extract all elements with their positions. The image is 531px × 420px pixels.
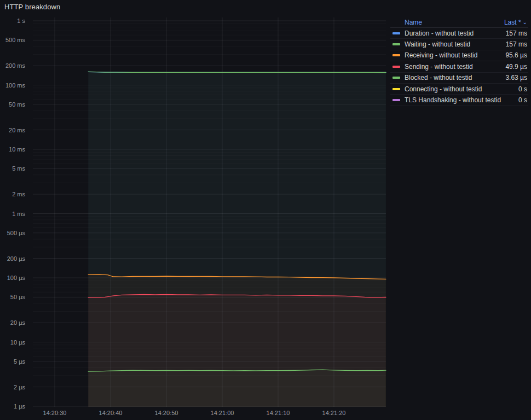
y-axis-tick-label: 10 ms <box>0 145 25 153</box>
series-color-swatch <box>393 43 400 45</box>
y-axis-tick-label: 1 µs <box>0 402 25 410</box>
legend-row-connecting[interactable]: Connecting - without testid 0 s <box>390 84 528 95</box>
series-fills <box>88 72 386 407</box>
y-axis-tick-label: 500 ms <box>0 36 25 44</box>
y-axis-tick-label: 5 ms <box>0 165 25 172</box>
series-last-value: 49.9 µs <box>505 63 527 71</box>
legend-row-blocked[interactable]: Blocked - without testid 3.63 µs <box>390 73 528 84</box>
series-line <box>88 72 386 72</box>
y-axis-tick-label: 500 µs <box>0 229 25 237</box>
y-axis-tick-label: 10 µs <box>0 339 25 346</box>
y-axis-tick-label: 50 ms <box>0 101 25 108</box>
http-breakdown-panel: HTTP breakdown 1 s500 ms200 ms100 ms50 m… <box>0 0 531 420</box>
legend-header-name[interactable]: Name <box>405 19 422 26</box>
series-color-swatch <box>393 88 400 90</box>
series-color-swatch <box>393 32 400 34</box>
series-label[interactable]: Connecting - without testid <box>405 85 514 93</box>
x-axis-tick-label: 14:21:20 <box>309 409 359 417</box>
y-axis-tick-label: 2 µs <box>0 383 25 391</box>
y-axis-tick-label: 200 µs <box>0 255 25 262</box>
x-axis-tick-label: 14:20:50 <box>142 409 191 417</box>
series-last-value: 157 ms <box>506 30 527 37</box>
series-label[interactable]: Waiting - without testid <box>405 40 501 48</box>
y-axis-tick-label: 100 µs <box>0 274 25 282</box>
y-axis-tick-label: 50 µs <box>0 293 25 301</box>
y-axis-tick-label: 200 ms <box>0 62 25 69</box>
legend-header: Name Last * ⌄ <box>390 17 528 28</box>
series-label[interactable]: Sending - without testid <box>405 63 501 71</box>
series-last-value: 95.6 µs <box>505 51 527 59</box>
series-label[interactable]: TLS Handshaking - without testid <box>405 96 514 104</box>
x-axis-tick-label: 14:21:10 <box>253 409 303 417</box>
legend-row-receiving[interactable]: Receiving - without testid 95.6 µs <box>390 50 528 61</box>
series-last-value: 0 s <box>518 96 527 104</box>
legend-row-waiting[interactable]: Waiting - without testid 157 ms <box>390 39 528 50</box>
series-color-swatch <box>393 66 400 68</box>
x-axis-tick-label: 14:21:00 <box>198 409 247 417</box>
legend-header-last[interactable]: Last * ⌄ <box>504 19 527 26</box>
y-axis-tick-label: 20 ms <box>0 126 25 134</box>
y-axis-tick-label: 20 µs <box>0 319 25 326</box>
y-axis-tick-label: 2 ms <box>0 190 25 198</box>
x-axis-tick-label: 14:20:30 <box>30 409 79 417</box>
series-last-value: 3.63 µs <box>505 74 527 81</box>
legend-header-last-label: Last * <box>504 19 521 26</box>
x-axis-tick-label: 14:20:40 <box>86 409 135 417</box>
series-label[interactable]: Blocked - without testid <box>405 74 501 81</box>
series-color-swatch <box>393 54 400 56</box>
series-last-value: 157 ms <box>506 40 527 48</box>
series-label[interactable]: Receiving - without testid <box>405 51 501 59</box>
y-axis-tick-label: 100 ms <box>0 81 25 89</box>
y-axis-tick-label: 1 s <box>0 17 25 25</box>
y-axis-tick-label: 1 ms <box>0 210 25 218</box>
legend-table: Name Last * ⌄ Duration - without testid … <box>390 17 528 106</box>
series-label[interactable]: Duration - without testid <box>405 30 501 37</box>
series-fill <box>88 370 386 407</box>
series-color-swatch <box>393 77 400 79</box>
y-axis-tick-label: 5 µs <box>0 358 25 365</box>
legend-row-sending[interactable]: Sending - without testid 49.9 µs <box>390 61 528 72</box>
legend-row-duration[interactable]: Duration - without testid 157 ms <box>390 28 528 39</box>
legend-row-tls-handshaking[interactable]: TLS Handshaking - without testid 0 s <box>390 95 528 106</box>
sort-desc-icon: ⌄ <box>523 20 527 25</box>
series-color-swatch <box>393 99 400 101</box>
series-last-value: 0 s <box>518 85 527 93</box>
